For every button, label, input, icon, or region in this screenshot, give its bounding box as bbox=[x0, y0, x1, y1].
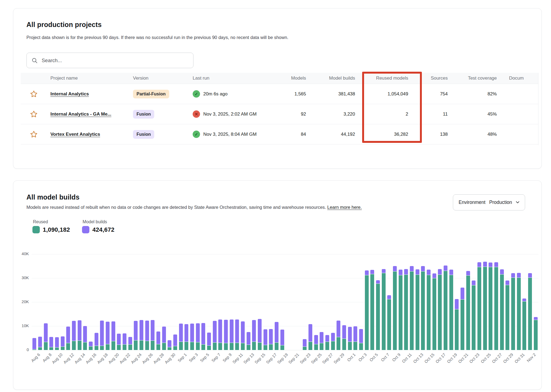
chart-bar[interactable] bbox=[196, 181, 200, 350]
chart-bar[interactable] bbox=[393, 181, 397, 350]
chart-bar[interactable] bbox=[72, 181, 76, 350]
chart-bar[interactable] bbox=[494, 181, 498, 350]
col-header-model-builds[interactable]: Model builds bbox=[308, 76, 357, 81]
chart-bar[interactable] bbox=[247, 181, 250, 350]
chart-bar[interactable] bbox=[370, 181, 374, 350]
chart-bar[interactable] bbox=[106, 181, 110, 350]
chart-bar[interactable] bbox=[95, 181, 98, 350]
chart-bar[interactable] bbox=[55, 181, 59, 350]
chart-bar[interactable] bbox=[280, 181, 284, 350]
chart-bar[interactable] bbox=[38, 181, 42, 350]
chart-bar[interactable] bbox=[258, 181, 262, 350]
chart-bar[interactable] bbox=[483, 181, 487, 350]
chart-bar[interactable] bbox=[365, 181, 369, 350]
chart-bar[interactable] bbox=[117, 181, 121, 350]
chart-bar[interactable] bbox=[49, 181, 53, 350]
chart-bar[interactable] bbox=[140, 181, 143, 350]
chart-bar[interactable] bbox=[264, 181, 267, 350]
chart-bar[interactable] bbox=[207, 181, 211, 350]
chart-bar[interactable] bbox=[421, 181, 425, 350]
chart-bar[interactable] bbox=[472, 181, 476, 350]
chart-bar[interactable] bbox=[359, 181, 363, 350]
chart-bar[interactable] bbox=[325, 181, 329, 350]
chart-bar[interactable] bbox=[353, 181, 357, 350]
chart-bar[interactable] bbox=[500, 181, 504, 350]
chart-bar[interactable] bbox=[168, 181, 171, 350]
chart-bar[interactable] bbox=[78, 181, 81, 350]
chart-bar[interactable] bbox=[314, 181, 318, 350]
chart-bar[interactable] bbox=[184, 181, 188, 350]
chart-bar[interactable] bbox=[190, 181, 194, 350]
chart-bar[interactable] bbox=[337, 181, 340, 350]
chart-bar[interactable] bbox=[505, 181, 509, 350]
col-header-reused-models[interactable]: Reused models bbox=[357, 76, 410, 81]
col-header-last-run[interactable]: Last run bbox=[187, 76, 274, 81]
chart-bar[interactable] bbox=[489, 181, 492, 350]
search-box[interactable] bbox=[26, 53, 193, 68]
star-icon[interactable] bbox=[30, 90, 38, 98]
chart-bar[interactable] bbox=[438, 181, 442, 350]
chart-bar[interactable] bbox=[444, 181, 447, 350]
chart-bar[interactable] bbox=[162, 181, 166, 350]
chart-bar[interactable] bbox=[528, 181, 532, 350]
chart-bar[interactable] bbox=[416, 181, 419, 350]
chart-bar[interactable] bbox=[83, 181, 87, 350]
project-name-link[interactable]: Vortex Event Analytics bbox=[50, 132, 100, 137]
project-name-link[interactable]: Internal Analytics bbox=[50, 91, 89, 97]
chart-bar[interactable] bbox=[145, 181, 149, 350]
chart-bar[interactable] bbox=[241, 181, 245, 350]
chart-bar[interactable] bbox=[511, 181, 515, 350]
chart-bar[interactable] bbox=[461, 181, 464, 350]
chart-bar[interactable] bbox=[427, 181, 431, 350]
chart-bar[interactable] bbox=[376, 181, 380, 350]
chart-bar[interactable] bbox=[308, 181, 312, 350]
chart-bar[interactable] bbox=[252, 181, 256, 350]
chart-bar[interactable] bbox=[111, 181, 115, 350]
col-header-docum[interactable]: Docum bbox=[499, 76, 538, 81]
chart-bar[interactable] bbox=[387, 181, 391, 350]
chart-bar[interactable] bbox=[224, 181, 228, 350]
chart-bar[interactable] bbox=[269, 181, 273, 350]
col-header-version[interactable]: Version bbox=[124, 76, 187, 81]
chart-bar[interactable] bbox=[342, 181, 346, 350]
chart-bar[interactable] bbox=[100, 181, 104, 350]
chart-bar[interactable] bbox=[213, 181, 217, 350]
chart-bar[interactable] bbox=[348, 181, 352, 350]
chart-bar[interactable] bbox=[522, 181, 526, 350]
chart-bar[interactable] bbox=[466, 181, 470, 350]
col-header-sources[interactable]: Sources bbox=[410, 76, 450, 81]
chart-bar[interactable] bbox=[156, 181, 160, 350]
star-icon[interactable] bbox=[30, 130, 38, 138]
col-header-project-name[interactable]: Project name bbox=[47, 76, 124, 81]
chart-bar[interactable] bbox=[449, 181, 453, 350]
chart-bar[interactable] bbox=[382, 181, 386, 350]
chart-bar[interactable] bbox=[123, 181, 126, 350]
chart-bar[interactable] bbox=[477, 181, 481, 350]
project-name-link[interactable]: Internal Analytics - GA Me... bbox=[50, 111, 111, 117]
chart-bar[interactable] bbox=[534, 181, 538, 350]
chart-bar[interactable] bbox=[32, 181, 36, 350]
chart-bar[interactable] bbox=[128, 181, 132, 350]
col-header-test-coverage[interactable]: Test coverage bbox=[450, 76, 499, 81]
chart-bar[interactable] bbox=[173, 181, 177, 350]
chart-bar[interactable] bbox=[432, 181, 436, 350]
chart-bar[interactable] bbox=[303, 181, 307, 350]
chart-bar[interactable] bbox=[44, 181, 48, 350]
chart-bar[interactable] bbox=[455, 181, 459, 350]
chart-bar[interactable] bbox=[89, 181, 93, 350]
chart-bar[interactable] bbox=[404, 181, 408, 350]
chart-bar[interactable] bbox=[201, 181, 205, 350]
chart-bar[interactable] bbox=[218, 181, 222, 350]
chart-bar[interactable] bbox=[235, 181, 239, 350]
col-header-models[interactable]: Models bbox=[274, 76, 308, 81]
chart-bar[interactable] bbox=[320, 181, 323, 350]
star-icon[interactable] bbox=[30, 110, 38, 118]
search-input[interactable] bbox=[41, 57, 188, 64]
chart-bar[interactable] bbox=[331, 181, 335, 350]
chart-bar[interactable] bbox=[399, 181, 402, 350]
chart-bar[interactable] bbox=[134, 181, 138, 350]
chart-bar[interactable] bbox=[179, 181, 183, 350]
chart-bar[interactable] bbox=[275, 181, 278, 350]
chart-bar[interactable] bbox=[61, 181, 65, 350]
chart-bar[interactable] bbox=[66, 181, 70, 350]
